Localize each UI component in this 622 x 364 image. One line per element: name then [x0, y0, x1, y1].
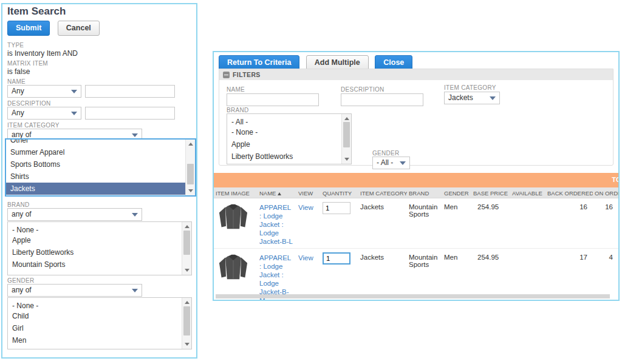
filters-header[interactable]: FILTERS — [219, 69, 613, 80]
description-operator-select[interactable]: Any — [7, 107, 81, 120]
col-brand[interactable]: BRAND — [407, 187, 442, 198]
item-name-link[interactable]: APPAREL : Lodge Jacket : Lodge Jacket-B-… — [259, 204, 293, 245]
scroll-down-icon[interactable] — [344, 158, 349, 161]
list-item[interactable]: Child — [8, 310, 191, 322]
list-item[interactable]: - None - — [227, 126, 351, 138]
table-row: APPAREL : Lodge Jacket : Lodge Jacket-B-… — [214, 198, 618, 249]
description-label: DESCRIPTION — [7, 100, 51, 107]
scrollbar[interactable] — [182, 298, 191, 349]
list-item[interactable]: - None - — [8, 298, 191, 310]
item-image[interactable] — [214, 249, 258, 301]
jacket-image — [216, 202, 250, 231]
view-link[interactable]: View — [298, 254, 313, 261]
screen: Item Search Submit Cancel TYPE is Invent… — [0, 0, 622, 364]
col-item-category[interactable]: ITEM CATEGORY — [358, 187, 407, 198]
scrollbar[interactable] — [341, 114, 351, 164]
gender-cell: Men — [442, 198, 471, 248]
page-title: Item Search — [7, 5, 66, 18]
collapse-icon[interactable] — [223, 72, 230, 78]
quantity-input[interactable] — [323, 202, 350, 214]
scroll-thumb[interactable] — [183, 306, 190, 335]
results-table-body: APPAREL : Lodge Jacket : Lodge Jacket-B-… — [214, 198, 618, 301]
list-item[interactable]: Other — [6, 140, 195, 146]
filter-item-category-select[interactable]: Jackets — [444, 92, 500, 104]
gender-listbox[interactable]: - None - Child Girl Men — [7, 297, 192, 349]
chevron-down-icon — [400, 161, 406, 165]
scroll-up-icon[interactable] — [185, 225, 190, 228]
available-cell — [510, 198, 545, 248]
scroll-down-icon[interactable] — [188, 189, 193, 192]
list-item[interactable]: - None - — [8, 222, 191, 234]
col-name[interactable]: NAME — [258, 187, 296, 198]
chevron-down-icon — [71, 112, 77, 115]
scroll-up-icon[interactable] — [185, 301, 190, 304]
filters-section: FILTERS NAME DESCRIPTION ITEM CATEGORY J… — [219, 69, 613, 166]
submit-button[interactable]: Submit — [7, 21, 50, 36]
type-value: is Inventory Item AND — [7, 49, 78, 58]
view-link[interactable]: View — [298, 204, 313, 211]
scrollbar[interactable] — [182, 222, 191, 275]
horizontal-scrollbar[interactable] — [216, 294, 610, 298]
list-item-selected[interactable]: Jackets — [6, 183, 195, 195]
scroll-up-icon[interactable] — [188, 143, 193, 146]
item-category-listbox[interactable]: Other Summer Apparel Sports Bottoms Shir… — [5, 138, 196, 197]
chevron-down-icon — [132, 213, 138, 217]
list-item[interactable]: Liberty Bottleworks — [8, 246, 191, 258]
gender-label: GENDER — [7, 277, 35, 284]
list-item[interactable]: Girl — [8, 322, 191, 334]
filter-brand-label: BRAND — [227, 107, 249, 113]
available-cell — [510, 249, 545, 301]
chevron-down-icon — [490, 96, 496, 100]
jacket-image — [216, 252, 250, 281]
col-quantity[interactable]: QUANTITY — [321, 187, 358, 198]
scroll-down-icon[interactable] — [185, 269, 190, 272]
list-item[interactable]: Shirts — [6, 170, 195, 183]
item-image[interactable] — [214, 198, 258, 248]
cancel-button[interactable]: Cancel — [58, 21, 100, 36]
filter-description-input[interactable] — [341, 93, 423, 106]
list-item[interactable]: Men — [8, 334, 191, 346]
item-category-label: ITEM CATEGORY — [7, 122, 60, 129]
chevron-down-icon — [71, 90, 77, 93]
brand-listbox[interactable]: - None - Apple Liberty Bottleworks Mount… — [7, 221, 192, 275]
back-ordered-cell: 17 — [545, 249, 593, 301]
scroll-down-icon[interactable] — [185, 343, 190, 346]
col-available[interactable]: AVAILABLE — [510, 187, 545, 198]
col-on-order[interactable]: ON ORDER — [593, 187, 618, 198]
name-operator-select[interactable]: Any — [7, 85, 81, 98]
list-item[interactable]: Mountain Sports — [8, 258, 191, 271]
filter-name-input[interactable] — [227, 93, 319, 106]
scroll-up-icon[interactable] — [344, 117, 349, 120]
col-item-image[interactable]: ITEM IMAGE — [214, 187, 258, 198]
filter-gender-select[interactable]: - All - — [372, 157, 410, 169]
quantity-input-focused[interactable] — [323, 252, 350, 265]
name-input[interactable] — [85, 85, 175, 98]
matrix-item-label: MATRIX ITEM — [7, 60, 48, 67]
item-category-cell: Jackets — [358, 198, 407, 248]
chevron-down-icon — [132, 133, 138, 137]
description-input[interactable] — [85, 107, 175, 120]
type-label: TYPE — [7, 42, 24, 49]
list-item[interactable]: Apple — [8, 234, 191, 246]
filter-brand-listbox[interactable]: - All - - None - Apple Liberty Bottlewor… — [227, 113, 352, 164]
list-item[interactable]: Sports Bottoms — [6, 158, 195, 170]
item-category-cell: Jackets — [358, 249, 407, 301]
on-order-cell: 16 — [593, 198, 618, 248]
scroll-thumb[interactable] — [183, 231, 190, 255]
col-base-price[interactable]: BASE PRICE — [471, 187, 510, 198]
gender-operator-select[interactable]: any of — [7, 284, 142, 297]
list-item[interactable]: Liberty Bottleworks — [227, 150, 351, 163]
scroll-thumb[interactable] — [187, 164, 194, 184]
brand-operator-select[interactable]: any of — [7, 208, 142, 221]
col-back-ordered[interactable]: BACK ORDERED — [545, 187, 593, 198]
list-item[interactable]: - All - — [227, 114, 351, 126]
col-view[interactable]: VIEW — [296, 187, 321, 198]
scrollbar[interactable] — [185, 140, 195, 195]
brand-cell: Mountain Sports — [407, 198, 442, 248]
col-gender[interactable]: GENDER — [442, 187, 471, 198]
sort-asc-icon — [278, 192, 281, 195]
list-item[interactable]: Summer Apparel — [6, 146, 195, 158]
brand-cell: Mountain Sports — [407, 249, 442, 301]
scroll-thumb[interactable] — [343, 122, 350, 147]
list-item[interactable]: Apple — [227, 138, 351, 150]
